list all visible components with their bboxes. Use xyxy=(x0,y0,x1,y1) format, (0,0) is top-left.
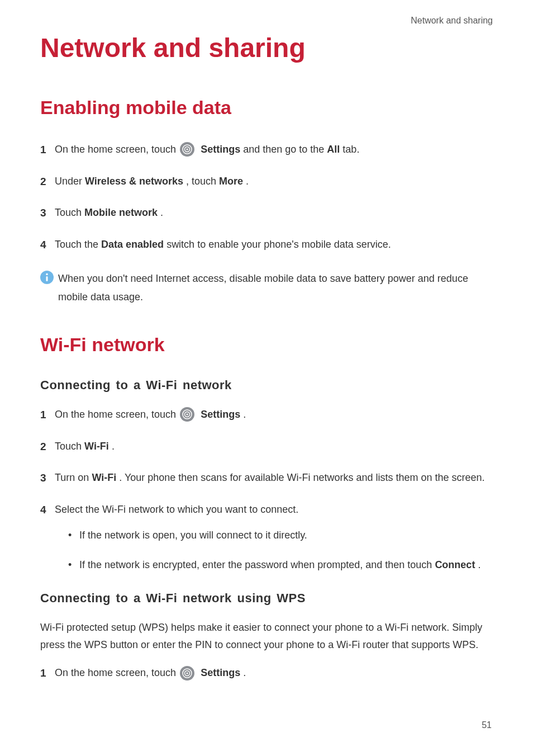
step-item: 2 Touch Wi-Fi . xyxy=(40,438,493,455)
step-item: 4 Select the Wi-Fi network to which you … xyxy=(40,501,493,574)
subsection-connecting-wifi-title: Connecting to a Wi-Fi network xyxy=(40,378,493,393)
step-bold: Wi-Fi xyxy=(84,441,109,452)
bullet-bold: Connect xyxy=(435,559,475,570)
info-text: When you don't need Internet access, dis… xyxy=(58,273,468,302)
step-number: 4 xyxy=(40,236,46,254)
subsection-connecting-wps-title: Connecting to a Wi-Fi network using WPS xyxy=(40,591,493,606)
step-number: 1 xyxy=(40,664,46,682)
step-text: Under xyxy=(55,176,85,187)
steps-enabling-mobile-data: 1 On the home screen, touch Settings and… xyxy=(40,141,493,253)
step-text: tab. xyxy=(342,144,359,155)
step-text: , touch xyxy=(186,176,219,187)
step-bold: Wi-Fi xyxy=(92,472,116,483)
svg-point-14 xyxy=(187,672,188,674)
step-bold: Settings xyxy=(201,144,240,155)
step-number: 3 xyxy=(40,469,46,487)
step-item: 1 On the home screen, touch Settings . xyxy=(40,406,493,423)
step-text: . xyxy=(246,176,249,187)
svg-point-5 xyxy=(46,273,48,276)
step-bold: Settings xyxy=(201,409,240,420)
header-breadcrumb: Network and sharing xyxy=(411,16,493,26)
bullet-item: If the network is encrypted, enter the p… xyxy=(68,556,493,574)
step-bold: Settings xyxy=(201,667,240,678)
settings-icon xyxy=(180,407,194,422)
step-number: 1 xyxy=(40,406,46,424)
step-bold: Mobile network xyxy=(84,207,158,218)
step-text: . xyxy=(243,409,246,420)
steps-connecting-wps: 1 On the home screen, touch Settings . xyxy=(40,664,493,682)
step-text: Select the Wi-Fi network to which you wa… xyxy=(55,504,298,515)
step-item: 4 Touch the Data enabled switch to enabl… xyxy=(40,236,493,253)
step-bold: Wireless & networks xyxy=(85,176,183,187)
step-item: 3 Touch Mobile network . xyxy=(40,204,493,221)
step-sublist: If the network is open, you will connect… xyxy=(68,526,493,575)
bullet-text: If the network is encrypted, enter the p… xyxy=(79,559,435,570)
bullet-text: . xyxy=(478,559,480,570)
step-item: 2 Under Wireless & networks , touch More… xyxy=(40,173,493,190)
step-bold: Data enabled xyxy=(101,239,164,250)
bullet-item: If the network is open, you will connect… xyxy=(68,526,493,545)
step-text: On the home screen, touch xyxy=(55,409,179,420)
step-text: Touch xyxy=(55,207,84,218)
step-text: . xyxy=(112,441,115,452)
steps-connecting-wifi: 1 On the home screen, touch Settings . 2… xyxy=(40,406,493,574)
step-text: On the home screen, touch xyxy=(55,667,179,678)
section-enabling-mobile-data-title: Enabling mobile data xyxy=(40,97,493,119)
wps-intro-paragraph: Wi-Fi protected setup (WPS) helps make i… xyxy=(40,619,493,653)
step-item: 3 Turn on Wi-Fi . Your phone then scans … xyxy=(40,469,493,486)
step-item: 1 On the home screen, touch Settings and… xyxy=(40,141,493,158)
svg-rect-6 xyxy=(46,276,48,281)
svg-point-10 xyxy=(187,414,188,415)
step-number: 3 xyxy=(40,204,46,222)
svg-point-3 xyxy=(187,149,188,150)
step-text: Touch xyxy=(55,441,84,452)
step-number: 2 xyxy=(40,438,46,456)
step-number: 1 xyxy=(40,141,46,159)
page-title: Network and sharing xyxy=(40,32,493,63)
step-text: Turn on xyxy=(55,472,92,483)
section-wifi-network-title: Wi-Fi network xyxy=(40,334,493,356)
step-number: 2 xyxy=(40,173,46,191)
step-bold: All xyxy=(327,144,340,155)
step-text: Touch the xyxy=(55,239,101,250)
settings-icon xyxy=(180,666,194,681)
step-text: . xyxy=(243,667,246,678)
step-item: 1 On the home screen, touch Settings . xyxy=(40,664,493,682)
settings-icon xyxy=(180,142,194,157)
step-text: . xyxy=(160,207,163,218)
page-number: 51 xyxy=(482,720,492,730)
step-text: switch to enable your phone's mobile dat… xyxy=(166,239,391,250)
step-text: On the home screen, touch xyxy=(55,144,179,155)
step-text: and then go to the xyxy=(243,144,327,155)
page: Network and sharing Network and sharing … xyxy=(0,0,533,756)
step-number: 4 xyxy=(40,501,46,519)
step-text: . Your phone then scans for available Wi… xyxy=(119,472,484,483)
step-bold: More xyxy=(219,176,243,187)
bullet-text: If the network is open, you will connect… xyxy=(79,530,307,541)
info-note: When you don't need Internet access, dis… xyxy=(40,270,493,306)
info-icon xyxy=(40,271,54,284)
